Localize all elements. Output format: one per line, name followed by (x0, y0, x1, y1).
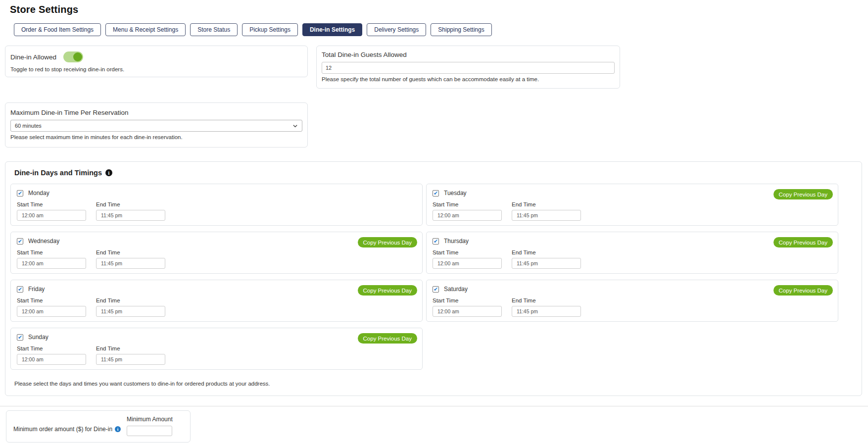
end-time-label: End Time (96, 346, 165, 351)
days-grid: ✔ Monday Copy Previous Day Start Time En… (10, 184, 857, 370)
guests-helper: Please specify the total number of guest… (322, 76, 615, 82)
start-time-label: Start Time (17, 201, 86, 207)
minimum-amount-input[interactable] (127, 426, 172, 436)
guests-label: Total Dine-in Guests Allowed (322, 51, 615, 58)
tab-dine-in-settings[interactable]: Dine-in Settings (302, 23, 362, 36)
end-time-label: End Time (512, 297, 581, 303)
day-label: Wednesday (28, 238, 59, 245)
copy-previous-day-button[interactable]: Copy Previous Day (773, 285, 833, 296)
end-time-label: End Time (512, 201, 581, 207)
thursday-start-time-input[interactable] (433, 258, 502, 269)
dine-in-allowed-label: Dine-in Allowed (10, 53, 56, 61)
monday-checkbox[interactable]: ✔ (17, 190, 23, 197)
monday-start-time-input[interactable] (17, 210, 86, 221)
day-card-sunday: ✔ Sunday Copy Previous Day Start Time En… (10, 328, 423, 370)
day-card-wednesday: ✔ Wednesday Copy Previous Day Start Time… (10, 232, 423, 274)
friday-start-time-input[interactable] (17, 306, 86, 317)
days-section-title: Dine-in Days and Timings (14, 169, 102, 177)
end-time-label: End Time (96, 249, 165, 255)
saturday-end-time-input[interactable] (512, 306, 581, 317)
toggle-knob (73, 52, 82, 61)
sunday-checkbox[interactable]: ✔ (17, 334, 23, 341)
max-time-selected-value: 60 minutes (15, 123, 42, 129)
day-card-monday: ✔ Monday Copy Previous Day Start Time En… (10, 184, 423, 226)
day-label: Tuesday (444, 190, 467, 197)
info-icon[interactable]: i (105, 169, 112, 176)
day-label: Saturday (444, 286, 468, 293)
sunday-start-time-input[interactable] (17, 354, 86, 365)
copy-previous-day-button[interactable]: Copy Previous Day (358, 237, 417, 247)
thursday-checkbox[interactable]: ✔ (433, 238, 439, 245)
start-time-label: Start Time (433, 249, 502, 255)
day-label: Friday (28, 286, 45, 293)
wednesday-start-time-input[interactable] (17, 258, 86, 269)
guests-input[interactable] (322, 62, 615, 74)
dine-in-days-card: Dine-in Days and Timings i ✔ Monday Copy… (5, 161, 862, 396)
day-card-tuesday: ✔ Tuesday Copy Previous Day Start Time E… (426, 184, 838, 226)
start-time-label: Start Time (433, 201, 502, 207)
days-section-helper: Please select the days and times you wan… (14, 381, 857, 387)
thursday-end-time-input[interactable] (512, 258, 581, 269)
tab-shipping-settings[interactable]: Shipping Settings (431, 23, 491, 36)
minimum-order-label: Minimum order amount ($) for Dine-in (13, 426, 112, 433)
page-title: Store Settings (0, 0, 868, 15)
day-card-saturday: ✔ Saturday Copy Previous Day Start Time … (426, 280, 838, 322)
tab-delivery-settings[interactable]: Delivery Settings (367, 23, 426, 36)
max-time-helper: Please select maximum time in minutes fo… (10, 134, 302, 140)
dine-in-allowed-toggle[interactable] (63, 51, 83, 62)
max-time-label: Maximum Dine-in Time Per Reservation (10, 109, 302, 116)
minimum-order-card: Minimum order amount ($) for Dine-in i M… (6, 410, 191, 443)
max-time-select[interactable]: 60 minutes (10, 120, 302, 132)
store-settings-page: Store Settings Order & Food Item Setting… (0, 0, 868, 445)
tuesday-start-time-input[interactable] (433, 210, 502, 221)
dine-in-allowed-card: Dine-in Allowed Toggle to red to stop re… (5, 46, 308, 77)
day-card-friday: ✔ Friday Copy Previous Day Start Time En… (10, 280, 423, 322)
tuesday-end-time-input[interactable] (512, 210, 581, 221)
copy-previous-day-button[interactable]: Copy Previous Day (773, 237, 833, 247)
minimum-amount-label: Minimum Amount (127, 416, 173, 423)
day-label: Monday (28, 190, 49, 197)
chevron-down-icon (292, 123, 298, 129)
tuesday-checkbox[interactable]: ✔ (433, 190, 439, 197)
tab-bar: Order & Food Item Settings Menu & Receip… (14, 23, 868, 36)
copy-previous-day-button[interactable]: Copy Previous Day (773, 189, 833, 199)
sunday-end-time-input[interactable] (96, 354, 165, 365)
copy-previous-day-button[interactable]: Copy Previous Day (358, 333, 417, 344)
guests-card: Total Dine-in Guests Allowed Please spec… (316, 46, 620, 89)
monday-end-time-input[interactable] (96, 210, 165, 221)
end-time-label: End Time (512, 249, 581, 255)
wednesday-end-time-input[interactable] (96, 258, 165, 269)
dine-in-allowed-helper: Toggle to red to stop receiving dine-in … (10, 66, 302, 72)
start-time-label: Start Time (17, 346, 86, 351)
friday-end-time-input[interactable] (96, 306, 165, 317)
tab-order-food-item-settings[interactable]: Order & Food Item Settings (14, 23, 101, 36)
info-icon[interactable]: i (115, 426, 121, 432)
max-time-card: Maximum Dine-in Time Per Reservation 60 … (5, 102, 308, 148)
day-label: Sunday (28, 334, 48, 341)
saturday-checkbox[interactable]: ✔ (433, 286, 439, 293)
friday-checkbox[interactable]: ✔ (17, 286, 23, 293)
end-time-label: End Time (96, 201, 165, 207)
copy-previous-day-button[interactable]: Copy Previous Day (358, 285, 417, 296)
start-time-label: Start Time (433, 297, 502, 303)
tab-menu-receipt-settings[interactable]: Menu & Receipt Settings (105, 23, 186, 36)
day-card-thursday: ✔ Thursday Copy Previous Day Start Time … (426, 232, 838, 274)
end-time-label: End Time (96, 297, 165, 303)
start-time-label: Start Time (17, 297, 86, 303)
tab-store-status[interactable]: Store Status (190, 23, 238, 36)
start-time-label: Start Time (17, 249, 86, 255)
saturday-start-time-input[interactable] (433, 306, 502, 317)
wednesday-checkbox[interactable]: ✔ (17, 238, 23, 245)
tab-pickup-settings[interactable]: Pickup Settings (242, 23, 298, 36)
section-divider (0, 406, 868, 406)
day-label: Thursday (444, 238, 469, 245)
